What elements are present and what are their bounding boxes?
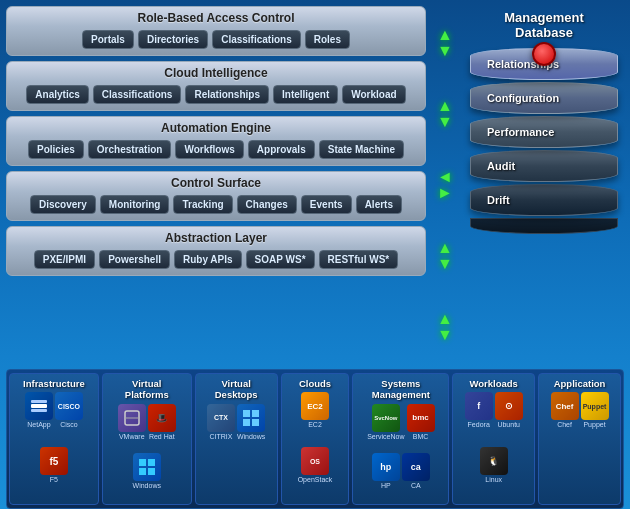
cisco-icon: CISCO bbox=[55, 392, 83, 420]
rbac-portals[interactable]: Portals bbox=[82, 30, 134, 49]
al-restful[interactable]: RESTful WS* bbox=[319, 250, 399, 269]
ae-policies[interactable]: Policies bbox=[28, 140, 84, 159]
db-layer-audit: Audit bbox=[470, 150, 618, 182]
bmc-label: BMC bbox=[413, 433, 429, 440]
category-virtual-desktops: VirtualDesktops CTX CITRIX Windows bbox=[195, 373, 278, 505]
workloads-title: Workloads bbox=[470, 378, 518, 389]
management-database-panel: ManagementDatabase Relationships Configu… bbox=[464, 6, 624, 364]
mgmt-db-title: ManagementDatabase bbox=[504, 10, 583, 40]
ec2-label: EC2 bbox=[308, 421, 322, 428]
svg-rect-9 bbox=[243, 410, 250, 417]
cs-events[interactable]: Events bbox=[301, 195, 352, 214]
svg-rect-2 bbox=[31, 409, 47, 412]
rbac-panel: Role-Based Access Control Portals Direct… bbox=[6, 6, 426, 56]
ci-workload[interactable]: Workload bbox=[342, 85, 405, 104]
svg-rect-6 bbox=[148, 459, 155, 466]
redhat-label: Red Hat bbox=[149, 433, 175, 440]
ca-label: CA bbox=[411, 482, 421, 489]
arrow-cs: ▲ ▼ bbox=[437, 240, 453, 272]
icon-item-ec2: EC2 EC2 bbox=[301, 392, 329, 445]
windows-vp-label: Windows bbox=[133, 482, 161, 489]
ec2-icon: EC2 bbox=[301, 392, 329, 420]
category-workloads: Workloads f Fedora ⊙ Ubuntu 🐧 bbox=[452, 373, 535, 505]
ci-intelligent[interactable]: Intelligent bbox=[273, 85, 338, 104]
al-pxe[interactable]: PXE/IPMI bbox=[34, 250, 95, 269]
icon-item-linux: 🐧 Linux bbox=[480, 447, 508, 500]
db-label-audit: Audit bbox=[487, 160, 515, 172]
vmware-icon bbox=[118, 404, 146, 432]
icon-item-vmware: VMware bbox=[118, 404, 146, 451]
icon-item-redhat: 🎩 Red Hat bbox=[148, 404, 176, 451]
icon-item-cisco: CISCO Cisco bbox=[55, 392, 83, 445]
al-ruby[interactable]: Ruby APIs bbox=[174, 250, 242, 269]
rbac-directories[interactable]: Directories bbox=[138, 30, 208, 49]
db-layer-performance: Performance bbox=[470, 116, 618, 148]
arrow-al: ▲ ▼ bbox=[437, 311, 453, 343]
openstack-icon: OS bbox=[301, 447, 329, 475]
fedora-icon: f bbox=[465, 392, 493, 420]
rbac-roles[interactable]: Roles bbox=[305, 30, 350, 49]
vmware-label: VMware bbox=[119, 433, 145, 440]
al-soap[interactable]: SOAP WS* bbox=[246, 250, 315, 269]
icon-item-chef: Chef Chef bbox=[551, 392, 579, 500]
ae-workflows[interactable]: Workflows bbox=[175, 140, 243, 159]
control-surface-title: Control Surface bbox=[13, 176, 419, 190]
db-label-drift: Drift bbox=[487, 194, 510, 206]
icon-item-citrix: CTX CITRIX bbox=[207, 404, 235, 500]
netapp-icon bbox=[25, 392, 53, 420]
cloud-intelligence-title: Cloud Intelligence bbox=[13, 66, 419, 80]
svg-rect-10 bbox=[252, 410, 259, 417]
ci-classifications[interactable]: Classifications bbox=[93, 85, 182, 104]
f5-label: F5 bbox=[50, 476, 58, 483]
windows-vd-label: Windows bbox=[237, 433, 265, 440]
ae-approvals[interactable]: Approvals bbox=[248, 140, 315, 159]
arrow-rbac: ▲ ▼ bbox=[437, 27, 453, 59]
abstraction-layer-panel: Abstraction Layer PXE/IPMI Powershell Ru… bbox=[6, 226, 426, 276]
ci-relationships[interactable]: Relationships bbox=[185, 85, 269, 104]
category-clouds: Clouds EC2 EC2 OS OpenStack bbox=[281, 373, 350, 505]
cs-changes[interactable]: Changes bbox=[237, 195, 297, 214]
openstack-label: OpenStack bbox=[298, 476, 333, 483]
servicenow-icon: SvcNow bbox=[372, 404, 400, 432]
citrix-label: CITRIX bbox=[209, 433, 232, 440]
ci-analytics[interactable]: Analytics bbox=[26, 85, 88, 104]
windows-vp-icon bbox=[133, 453, 161, 481]
chef-label: Chef bbox=[557, 421, 572, 428]
systems-mgmt-title: SystemsManagement bbox=[372, 378, 430, 401]
linux-icon: 🐧 bbox=[480, 447, 508, 475]
arrow-ae: ◄ ► bbox=[437, 169, 453, 201]
linux-label: Linux bbox=[485, 476, 502, 483]
automation-engine-title: Automation Engine bbox=[13, 121, 419, 135]
cloud-intelligence-panel: Cloud Intelligence Analytics Classificat… bbox=[6, 61, 426, 111]
db-indicator bbox=[532, 42, 556, 66]
svg-rect-5 bbox=[139, 459, 146, 466]
icon-item-windows-vd: Windows bbox=[237, 404, 265, 500]
ae-orchestration[interactable]: Orchestration bbox=[88, 140, 172, 159]
ubuntu-icon: ⊙ bbox=[495, 392, 523, 420]
icon-item-bmc: bmc BMC bbox=[407, 404, 435, 451]
icon-item-openstack: OS OpenStack bbox=[298, 447, 333, 500]
svg-rect-11 bbox=[243, 419, 250, 426]
chef-icon: Chef bbox=[551, 392, 579, 420]
icon-item-windows-vp: Windows bbox=[133, 453, 161, 500]
db-label-configuration: Configuration bbox=[487, 92, 559, 104]
automation-engine-panel: Automation Engine Policies Orchestration… bbox=[6, 116, 426, 166]
svg-rect-8 bbox=[148, 468, 155, 475]
category-infrastructure: Infrastructure NetApp CISCO Cisco f5 bbox=[9, 373, 99, 505]
icon-item-puppet: Puppet Puppet bbox=[581, 392, 609, 500]
al-powershell[interactable]: Powershell bbox=[99, 250, 170, 269]
bottom-section: Infrastructure NetApp CISCO Cisco f5 bbox=[6, 369, 624, 509]
svg-rect-1 bbox=[31, 400, 47, 403]
fedora-label: Fedora bbox=[468, 421, 490, 428]
ae-state-machine[interactable]: State Machine bbox=[319, 140, 404, 159]
virtual-platforms-title: VirtualPlatforms bbox=[125, 378, 169, 401]
f5-icon: f5 bbox=[40, 447, 68, 475]
bmc-icon: bmc bbox=[407, 404, 435, 432]
cs-discovery[interactable]: Discovery bbox=[30, 195, 96, 214]
cs-monitoring[interactable]: Monitoring bbox=[100, 195, 170, 214]
svg-rect-7 bbox=[139, 468, 146, 475]
cs-alerts[interactable]: Alerts bbox=[356, 195, 402, 214]
rbac-classifications[interactable]: Classifications bbox=[212, 30, 301, 49]
category-systems-mgmt: SystemsManagement SvcNow ServiceNow bmc … bbox=[352, 373, 449, 505]
cs-tracking[interactable]: Tracking bbox=[173, 195, 232, 214]
